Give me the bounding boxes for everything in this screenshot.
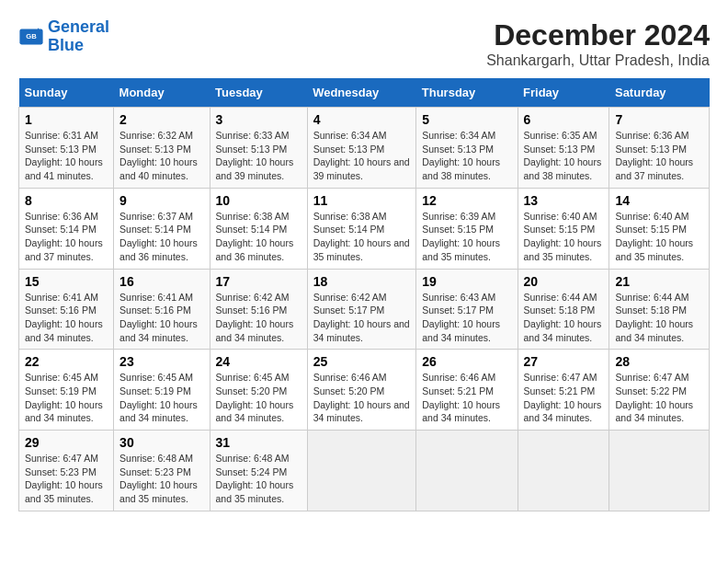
calendar-cell: 6 Sunrise: 6:35 AM Sunset: 5:13 PM Dayli… [518, 108, 609, 189]
sunrise-label: Sunrise: 6:35 AM [524, 130, 597, 141]
daylight-label: Daylight: 10 hours and 40 minutes. [119, 156, 198, 181]
day-info: Sunrise: 6:48 AM Sunset: 5:23 PM Dayligh… [119, 452, 203, 506]
calendar-cell: 5 Sunrise: 6:34 AM Sunset: 5:13 PM Dayli… [416, 108, 518, 189]
calendar-cell: 25 Sunrise: 6:46 AM Sunset: 5:20 PM Dayl… [307, 350, 416, 431]
logo-text: General Blue [48, 18, 109, 55]
daylight-label: Daylight: 10 hours and 38 minutes. [422, 156, 500, 181]
calendar-cell: 27 Sunrise: 6:47 AM Sunset: 5:21 PM Dayl… [518, 350, 609, 431]
logo-icon: GB [18, 24, 44, 50]
daylight-label: Daylight: 10 hours and 37 minutes. [615, 156, 693, 181]
daylight-label: Daylight: 10 hours and 34 minutes. [119, 318, 198, 343]
calendar-cell: 20 Sunrise: 6:44 AM Sunset: 5:18 PM Dayl… [518, 269, 609, 350]
svg-text:GB: GB [26, 32, 37, 40]
sunset-label: Sunset: 5:19 PM [25, 385, 97, 396]
daylight-label: Daylight: 10 hours and 38 minutes. [524, 156, 602, 181]
day-info: Sunrise: 6:32 AM Sunset: 5:13 PM Dayligh… [119, 129, 203, 183]
sunset-label: Sunset: 5:13 PM [422, 144, 494, 155]
sunset-label: Sunset: 5:14 PM [119, 224, 191, 235]
sunset-label: Sunset: 5:13 PM [119, 144, 191, 155]
sunrise-label: Sunrise: 6:31 AM [25, 130, 98, 141]
daylight-label: Daylight: 10 hours and 36 minutes. [216, 237, 294, 262]
sunset-label: Sunset: 5:18 PM [615, 304, 687, 316]
sunset-label: Sunset: 5:18 PM [524, 304, 596, 316]
day-number: 14 [615, 193, 703, 208]
sunrise-label: Sunrise: 6:47 AM [524, 372, 597, 383]
sunset-label: Sunset: 5:14 PM [313, 224, 385, 235]
day-number: 21 [615, 274, 703, 289]
calendar-cell: 17 Sunrise: 6:42 AM Sunset: 5:16 PM Dayl… [210, 269, 307, 350]
sunset-label: Sunset: 5:23 PM [119, 466, 191, 477]
calendar-cell: 11 Sunrise: 6:38 AM Sunset: 5:14 PM Dayl… [307, 188, 416, 269]
calendar-cell: 9 Sunrise: 6:37 AM Sunset: 5:14 PM Dayli… [114, 188, 210, 269]
daylight-label: Daylight: 10 hours and 34 minutes. [524, 399, 602, 424]
sunrise-label: Sunrise: 6:37 AM [119, 211, 193, 222]
sunset-label: Sunset: 5:24 PM [216, 466, 288, 477]
sunrise-label: Sunrise: 6:47 AM [615, 372, 688, 383]
calendar-cell: 18 Sunrise: 6:42 AM Sunset: 5:17 PM Dayl… [307, 269, 416, 350]
sunrise-label: Sunrise: 6:45 AM [119, 372, 193, 383]
sunrise-label: Sunrise: 6:42 AM [313, 292, 387, 303]
day-number: 24 [216, 354, 301, 369]
calendar-week-row: 8 Sunrise: 6:36 AM Sunset: 5:14 PM Dayli… [19, 188, 710, 269]
daylight-label: Daylight: 10 hours and 34 minutes. [216, 399, 294, 424]
daylight-label: Daylight: 10 hours and 35 minutes. [119, 479, 198, 504]
calendar-cell: 14 Sunrise: 6:40 AM Sunset: 5:15 PM Dayl… [609, 188, 710, 269]
day-number: 1 [25, 112, 108, 127]
sunrise-label: Sunrise: 6:34 AM [422, 130, 495, 141]
day-info: Sunrise: 6:47 AM Sunset: 5:22 PM Dayligh… [615, 371, 703, 425]
daylight-label: Daylight: 10 hours and 39 minutes. [216, 156, 294, 181]
day-info: Sunrise: 6:42 AM Sunset: 5:17 PM Dayligh… [313, 291, 411, 345]
calendar-cell: 16 Sunrise: 6:41 AM Sunset: 5:16 PM Dayl… [114, 269, 210, 350]
day-number: 5 [422, 112, 511, 127]
calendar-cell: 21 Sunrise: 6:44 AM Sunset: 5:18 PM Dayl… [609, 269, 710, 350]
sunrise-label: Sunrise: 6:46 AM [313, 372, 387, 383]
sunset-label: Sunset: 5:16 PM [119, 304, 191, 316]
day-number: 31 [216, 435, 301, 450]
calendar-cell: 7 Sunrise: 6:36 AM Sunset: 5:13 PM Dayli… [609, 108, 710, 189]
day-number: 28 [615, 354, 703, 369]
day-info: Sunrise: 6:44 AM Sunset: 5:18 PM Dayligh… [524, 291, 604, 345]
logo: GB General Blue [18, 18, 109, 55]
sunset-label: Sunset: 5:15 PM [422, 224, 494, 235]
day-number: 13 [524, 193, 604, 208]
daylight-label: Daylight: 10 hours and 35 minutes. [216, 479, 294, 504]
calendar-cell: 30 Sunrise: 6:48 AM Sunset: 5:23 PM Dayl… [114, 431, 210, 511]
day-info: Sunrise: 6:34 AM Sunset: 5:13 PM Dayligh… [313, 129, 411, 183]
calendar-cell [609, 431, 710, 511]
calendar-week-row: 1 Sunrise: 6:31 AM Sunset: 5:13 PM Dayli… [19, 108, 710, 189]
calendar-cell: 4 Sunrise: 6:34 AM Sunset: 5:13 PM Dayli… [307, 108, 416, 189]
sunset-label: Sunset: 5:13 PM [216, 144, 288, 155]
day-info: Sunrise: 6:45 AM Sunset: 5:20 PM Dayligh… [216, 371, 301, 425]
day-number: 27 [524, 354, 604, 369]
day-info: Sunrise: 6:47 AM Sunset: 5:21 PM Dayligh… [524, 371, 604, 425]
daylight-label: Daylight: 10 hours and 34 minutes. [313, 399, 410, 424]
sunset-label: Sunset: 5:14 PM [25, 224, 97, 235]
day-number: 17 [216, 274, 301, 289]
sunrise-label: Sunrise: 6:44 AM [524, 292, 597, 303]
sunset-label: Sunset: 5:13 PM [25, 144, 97, 155]
day-header-thursday: Thursday [416, 78, 518, 108]
day-number: 11 [313, 193, 411, 208]
calendar-week-row: 29 Sunrise: 6:47 AM Sunset: 5:23 PM Dayl… [19, 431, 710, 511]
sunset-label: Sunset: 5:17 PM [313, 304, 385, 316]
daylight-label: Daylight: 10 hours and 41 minutes. [25, 156, 103, 181]
daylight-label: Daylight: 10 hours and 34 minutes. [119, 399, 198, 424]
day-number: 18 [313, 274, 411, 289]
day-number: 30 [119, 435, 203, 450]
day-number: 19 [422, 274, 511, 289]
sunset-label: Sunset: 5:13 PM [313, 144, 385, 155]
sunrise-label: Sunrise: 6:46 AM [422, 372, 495, 383]
sunset-label: Sunset: 5:19 PM [119, 385, 191, 396]
day-info: Sunrise: 6:40 AM Sunset: 5:15 PM Dayligh… [524, 210, 604, 264]
day-number: 16 [119, 274, 203, 289]
day-number: 29 [25, 435, 108, 450]
daylight-label: Daylight: 10 hours and 37 minutes. [25, 237, 103, 262]
calendar-cell: 15 Sunrise: 6:41 AM Sunset: 5:16 PM Dayl… [19, 269, 114, 350]
calendar-cell: 24 Sunrise: 6:45 AM Sunset: 5:20 PM Dayl… [210, 350, 307, 431]
daylight-label: Daylight: 10 hours and 34 minutes. [422, 399, 500, 424]
day-info: Sunrise: 6:38 AM Sunset: 5:14 PM Dayligh… [216, 210, 301, 264]
day-number: 10 [216, 193, 301, 208]
calendar-cell [307, 431, 416, 511]
sunset-label: Sunset: 5:21 PM [422, 385, 494, 396]
sunset-label: Sunset: 5:13 PM [524, 144, 596, 155]
